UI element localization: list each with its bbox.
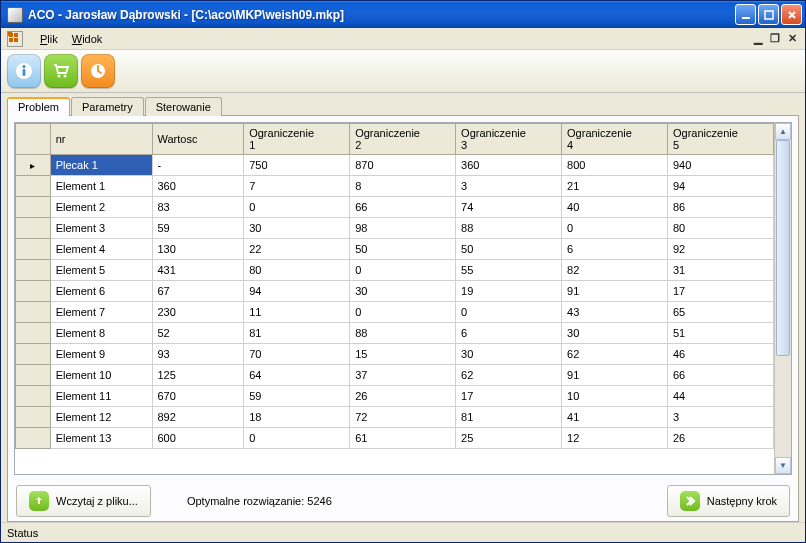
- menu-plik[interactable]: Plik: [33, 31, 65, 47]
- cell[interactable]: 892: [152, 407, 244, 428]
- cell[interactable]: 80: [668, 218, 774, 239]
- cell[interactable]: 3: [456, 176, 562, 197]
- cell[interactable]: 17: [668, 281, 774, 302]
- cell[interactable]: 41: [562, 407, 668, 428]
- row-header[interactable]: [16, 197, 51, 218]
- cell[interactable]: 98: [350, 218, 456, 239]
- cell[interactable]: 83: [152, 197, 244, 218]
- row-header[interactable]: [16, 365, 51, 386]
- col-ogr4[interactable]: Ograniczenie4: [562, 124, 668, 155]
- col-wartosc[interactable]: Wartosc: [152, 124, 244, 155]
- row-header[interactable]: [16, 281, 51, 302]
- data-grid[interactable]: nr Wartosc Ograniczenie1 Ograniczenie2 O…: [14, 122, 792, 475]
- tab-parametry[interactable]: Parametry: [71, 97, 144, 116]
- row-header[interactable]: [16, 176, 51, 197]
- cell[interactable]: 230: [152, 302, 244, 323]
- cell[interactable]: 6: [562, 239, 668, 260]
- cell[interactable]: 50: [350, 239, 456, 260]
- cell[interactable]: 70: [244, 344, 350, 365]
- cell[interactable]: 15: [350, 344, 456, 365]
- cell[interactable]: 750: [244, 155, 350, 176]
- cell[interactable]: Plecak 1: [50, 155, 152, 176]
- clock-button[interactable]: [81, 54, 115, 88]
- table-row[interactable]: Element 723011004365: [16, 302, 774, 323]
- cell[interactable]: 17: [456, 386, 562, 407]
- cell[interactable]: 0: [244, 428, 350, 449]
- cell[interactable]: 19: [456, 281, 562, 302]
- cell[interactable]: 62: [456, 365, 562, 386]
- cell[interactable]: Element 3: [50, 218, 152, 239]
- cell[interactable]: 55: [456, 260, 562, 281]
- cart-button[interactable]: [44, 54, 78, 88]
- cell[interactable]: 26: [668, 428, 774, 449]
- cell[interactable]: Element 11: [50, 386, 152, 407]
- cell[interactable]: 431: [152, 260, 244, 281]
- row-header[interactable]: [16, 155, 51, 176]
- cell[interactable]: 51: [668, 323, 774, 344]
- col-ogr3[interactable]: Ograniczenie3: [456, 124, 562, 155]
- cell[interactable]: Element 8: [50, 323, 152, 344]
- cell[interactable]: 0: [350, 302, 456, 323]
- col-ogr2[interactable]: Ograniczenie2: [350, 124, 456, 155]
- cell[interactable]: 81: [456, 407, 562, 428]
- cell[interactable]: 30: [562, 323, 668, 344]
- cell[interactable]: 88: [350, 323, 456, 344]
- close-button[interactable]: [781, 4, 802, 25]
- row-header[interactable]: [16, 386, 51, 407]
- cell[interactable]: 86: [668, 197, 774, 218]
- cell[interactable]: 10: [562, 386, 668, 407]
- row-header-corner[interactable]: [16, 124, 51, 155]
- table-row[interactable]: Element 101256437629166: [16, 365, 774, 386]
- maximize-button[interactable]: [758, 4, 779, 25]
- info-button[interactable]: [7, 54, 41, 88]
- cell[interactable]: 30: [244, 218, 350, 239]
- cell[interactable]: Element 6: [50, 281, 152, 302]
- cell[interactable]: 72: [350, 407, 456, 428]
- row-header[interactable]: [16, 302, 51, 323]
- cell[interactable]: 67: [152, 281, 244, 302]
- mdi-minimize-button[interactable]: ▁: [751, 32, 765, 46]
- cell[interactable]: 81: [244, 323, 350, 344]
- cell[interactable]: 0: [350, 260, 456, 281]
- col-ogr1[interactable]: Ograniczenie1: [244, 124, 350, 155]
- mdi-restore-button[interactable]: ❐: [768, 32, 782, 46]
- cell[interactable]: 7: [244, 176, 350, 197]
- cell[interactable]: 62: [562, 344, 668, 365]
- cell[interactable]: 3: [668, 407, 774, 428]
- row-header[interactable]: [16, 428, 51, 449]
- cell[interactable]: 360: [456, 155, 562, 176]
- cell[interactable]: -: [152, 155, 244, 176]
- cell[interactable]: 93: [152, 344, 244, 365]
- table-row[interactable]: Element 13607832194: [16, 176, 774, 197]
- cell[interactable]: 94: [668, 176, 774, 197]
- cell[interactable]: Element 5: [50, 260, 152, 281]
- cell[interactable]: 360: [152, 176, 244, 197]
- cell[interactable]: 800: [562, 155, 668, 176]
- cell[interactable]: 0: [244, 197, 350, 218]
- table-row[interactable]: Element 9937015306246: [16, 344, 774, 365]
- row-header[interactable]: [16, 407, 51, 428]
- cell[interactable]: Element 1: [50, 176, 152, 197]
- scroll-down-button[interactable]: ▼: [775, 457, 791, 474]
- cell[interactable]: Element 2: [50, 197, 152, 218]
- cell[interactable]: Element 12: [50, 407, 152, 428]
- col-nr[interactable]: nr: [50, 124, 152, 155]
- table-row[interactable]: Element 359309888080: [16, 218, 774, 239]
- cell[interactable]: 600: [152, 428, 244, 449]
- cell[interactable]: 88: [456, 218, 562, 239]
- row-header[interactable]: [16, 260, 51, 281]
- cell[interactable]: 22: [244, 239, 350, 260]
- next-step-button[interactable]: Następny krok: [667, 485, 790, 517]
- cell[interactable]: 66: [668, 365, 774, 386]
- cell[interactable]: 130: [152, 239, 244, 260]
- cell[interactable]: 125: [152, 365, 244, 386]
- cell[interactable]: 30: [350, 281, 456, 302]
- cell[interactable]: 26: [350, 386, 456, 407]
- table-row[interactable]: Element 283066744086: [16, 197, 774, 218]
- cell[interactable]: 43: [562, 302, 668, 323]
- cell[interactable]: 82: [562, 260, 668, 281]
- cell[interactable]: 25: [456, 428, 562, 449]
- cell[interactable]: 0: [562, 218, 668, 239]
- cell[interactable]: 52: [152, 323, 244, 344]
- cell[interactable]: 11: [244, 302, 350, 323]
